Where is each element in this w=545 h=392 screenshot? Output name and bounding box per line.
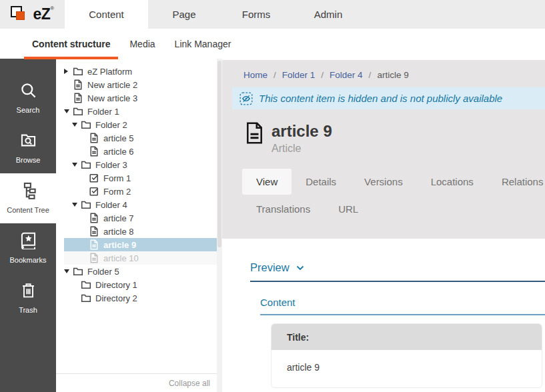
tree-item-label: Directory 2: [95, 293, 137, 303]
article-icon: [89, 133, 99, 143]
content-type-label: Article: [271, 143, 332, 155]
top-tab-page[interactable]: Page: [148, 0, 220, 29]
subnav-item-media[interactable]: Media: [121, 29, 163, 59]
tab-locations[interactable]: Locations: [417, 169, 488, 195]
ez-logo-icon: [11, 5, 29, 23]
tab-row-1: ViewDetailsVersionsLocationsRelations: [242, 169, 545, 195]
tree-item-label: Form 1: [103, 173, 131, 183]
tree-footer: Collapse all: [56, 373, 217, 392]
tree-item-folder-4[interactable]: Folder 4: [64, 198, 217, 211]
top-tab-forms[interactable]: Forms: [220, 0, 292, 29]
tab-view[interactable]: View: [242, 169, 292, 195]
tree-item-label: Folder 1: [87, 107, 119, 117]
tree-item-new-article-2[interactable]: New article 2: [64, 78, 217, 91]
top-tab-content[interactable]: Content: [65, 0, 148, 29]
tree-item-form-1[interactable]: Form 1: [64, 171, 217, 185]
tree-scrollbar-thumb[interactable]: [217, 61, 221, 247]
sidebar-item-content-tree[interactable]: Content Tree: [0, 173, 56, 223]
form-icon: [89, 186, 99, 197]
article-icon: [89, 226, 99, 237]
page-title: article 9: [271, 122, 332, 141]
folder-icon: [73, 66, 83, 77]
hidden-eye-icon: [239, 92, 253, 105]
top-navigation: ContentPageFormsAdmin: [65, 0, 364, 29]
tab-url[interactable]: URL: [324, 196, 372, 222]
breadcrumb-folder-4[interactable]: Folder 4: [330, 70, 363, 80]
tree-scrollbar[interactable]: [217, 59, 222, 392]
notice-text: This content item is hidden and is not p…: [259, 93, 502, 104]
field-label: Title:: [271, 324, 542, 350]
tree-item-label: Folder 2: [95, 120, 127, 130]
tree-item-new-article-3[interactable]: New article 3: [64, 91, 217, 105]
top-tab-admin[interactable]: Admin: [292, 0, 364, 29]
left-rail: SearchBrowseContent TreeBookmarksTrash: [0, 59, 56, 392]
article-icon: [73, 93, 83, 103]
tree-item-label: article 7: [103, 213, 134, 223]
tree-item-label: Form 2: [103, 187, 131, 197]
tab-versions[interactable]: Versions: [350, 169, 417, 195]
folder-icon: [81, 199, 91, 210]
tree-item-folder-1[interactable]: Folder 1: [64, 105, 217, 118]
tree-item-ez-platform[interactable]: eZ Platform: [64, 65, 217, 78]
breadcrumb-home[interactable]: Home: [243, 70, 267, 80]
expander-expanded-icon[interactable]: [72, 163, 81, 167]
preview-section-header[interactable]: Preview: [250, 261, 545, 282]
tree-item-directory-2[interactable]: Directory 2: [64, 291, 217, 305]
tree-item-folder-3[interactable]: Folder 3: [64, 158, 217, 171]
tree-item-label: article 10: [103, 253, 139, 263]
sidebar-item-bookmarks[interactable]: Bookmarks: [0, 223, 56, 273]
tree-item-article-7[interactable]: article 7: [64, 211, 217, 225]
breadcrumb: Home/Folder 1/Folder 4/article 9: [222, 60, 545, 80]
sidebar-item-label: Bookmarks: [9, 256, 46, 264]
expander-collapsed-icon[interactable]: [64, 69, 73, 74]
chevron-down-icon: [296, 265, 304, 271]
tab-details[interactable]: Details: [292, 169, 350, 195]
tree-item-form-2[interactable]: Form 2: [64, 185, 217, 198]
tree-item-article-9[interactable]: article 9: [64, 238, 217, 251]
tree-item-folder-2[interactable]: Folder 2: [64, 118, 217, 131]
content-tree-icon: [19, 181, 37, 202]
tree-item-article-10[interactable]: article 10: [64, 251, 217, 265]
folder-icon: [81, 159, 91, 170]
article-icon: [73, 79, 83, 90]
expander-expanded-icon[interactable]: [64, 109, 73, 113]
sidebar-item-browse[interactable]: Browse: [0, 123, 56, 173]
expander-expanded-icon[interactable]: [64, 269, 73, 273]
content-header-block: Home/Folder 1/Folder 4/article 9 This co…: [222, 60, 545, 239]
tree-item-label: article 8: [103, 227, 134, 237]
article-icon: [89, 213, 99, 223]
sidebar-item-trash[interactable]: Trash: [0, 273, 56, 323]
folder-icon: [73, 266, 83, 277]
tree-item-article-6[interactable]: article 6: [64, 145, 217, 158]
tree-item-label: New article 3: [87, 93, 137, 103]
sidebar-item-label: Trash: [19, 306, 37, 314]
trash-icon: [19, 281, 37, 302]
field-card: Title: article 9: [271, 324, 542, 387]
field-value: article 9: [271, 350, 542, 387]
tree-item-folder-5[interactable]: Folder 5: [64, 265, 217, 278]
tree-item-label: article 6: [103, 147, 134, 157]
tab-relations[interactable]: Relations: [488, 169, 545, 195]
breadcrumb-folder-1[interactable]: Folder 1: [282, 70, 316, 80]
page-header: article 9 Article: [245, 122, 545, 155]
subnav-item-content-structure[interactable]: Content structure: [24, 29, 118, 59]
collapse-all-button[interactable]: Collapse all: [169, 379, 210, 388]
article-icon: [245, 122, 263, 155]
article-icon: [89, 146, 99, 157]
expander-expanded-icon[interactable]: [72, 203, 81, 207]
tree-item-label: Folder 3: [95, 160, 127, 170]
sidebar-item-search[interactable]: Search: [0, 73, 56, 123]
ez-logo[interactable]: eZ®: [0, 0, 65, 29]
tab-translations[interactable]: Translations: [242, 196, 324, 222]
tree-item-directory-1[interactable]: Directory 1: [64, 278, 217, 291]
subnav-item-link-manager[interactable]: Link Manager: [167, 29, 239, 59]
form-icon: [89, 173, 99, 183]
tree-item-article-8[interactable]: article 8: [64, 225, 217, 238]
tree-item-article-5[interactable]: article 5: [64, 131, 217, 145]
view-tab-content: Preview Content Title: article 9: [222, 239, 545, 392]
folder-icon: [81, 119, 91, 130]
bookmarks-icon: [19, 231, 37, 252]
ez-logo-text: eZ®: [33, 5, 53, 23]
expander-expanded-icon[interactable]: [72, 123, 81, 127]
page-title-group: article 9 Article: [271, 122, 332, 155]
